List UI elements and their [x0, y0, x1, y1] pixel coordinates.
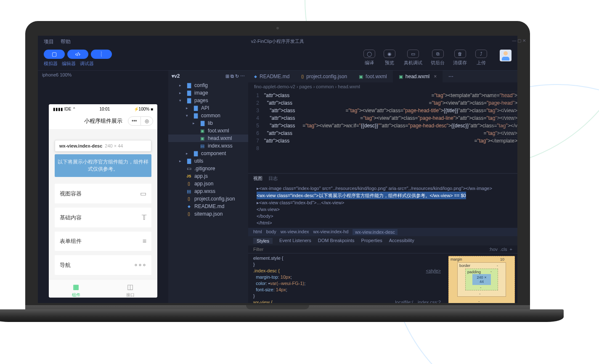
tree-node[interactable]: JSapp.js [168, 172, 248, 180]
highlighted-element[interactable]: 以下将展示小程序官方组件能力，组件样式仅供参考。 [55, 154, 151, 177]
crumb-item[interactable]: html [253, 229, 262, 235]
tree-node[interactable]: ▸▇config [168, 82, 248, 89]
devtab-tree[interactable]: 视图 [253, 175, 262, 182]
menu-help[interactable]: 帮助 [61, 38, 71, 45]
style-tab[interactable]: Styles [253, 238, 273, 244]
tree-node[interactable]: ▣foot.wxml [168, 127, 248, 135]
tree-node[interactable]: ▤app.wxss [168, 187, 248, 195]
phone-preview: ▮▮▮▮ IDE ⌃10:01⚡100% ■ 小程序组件展示 •••◎ wx-v… [49, 104, 157, 298]
card-item[interactable]: 基础内容𝕋 [55, 208, 151, 227]
tree-node[interactable]: ▸▇API [168, 104, 248, 112]
tree-node[interactable]: {}app.json [168, 180, 248, 187]
explorer-actions[interactable]: ⊞ ⧉ ↻ ⋯ [225, 74, 245, 79]
dom-breadcrumb[interactable]: htmlbodywx-view.indexwx-view.index-hdwx-… [248, 228, 517, 236]
mode-simulator[interactable]: ▢ [44, 50, 65, 59]
tab-component[interactable]: ▦组件 [49, 280, 103, 298]
crumb-item[interactable]: body [266, 229, 276, 235]
style-rules[interactable]: element.style { } <style>.index-desc { m… [248, 253, 446, 303]
editor-tabs: ◆ README.md{} project.config.json▣ foot.… [248, 71, 517, 82]
mode-editor[interactable]: ‹/› [67, 50, 88, 59]
close-icon[interactable]: × [434, 74, 437, 79]
tree-node[interactable]: ▾▇common [168, 112, 248, 119]
window-controls[interactable]: — ▢ ✕ [512, 38, 517, 43]
tree-node[interactable]: ▸▇image [168, 89, 248, 97]
tree-node[interactable]: ▸▇lib [168, 119, 248, 127]
tree-node[interactable]: ▸▇utils [168, 157, 248, 165]
file-explorer: ▾ v2 ⊞ ⧉ ↻ ⋯ ▸▇config▸▇image▾▇pages▸▇API… [168, 71, 248, 303]
window-title: v2-FinClip小程序开发工具 [251, 38, 305, 45]
inspect-tooltip: wx-view.index-desc240 × 44 [55, 140, 151, 152]
style-tab[interactable]: Properties [361, 238, 382, 244]
tree-node[interactable]: ▣head.wxml [168, 135, 248, 142]
style-filter[interactable] [253, 247, 489, 252]
editor-tab[interactable]: {} project.config.json [295, 71, 353, 82]
breadcrumb[interactable]: fino-applet-demo-v2 › pages › common › h… [248, 82, 517, 91]
toolbar: ▢ ‹/› ⦚ 模拟器 编辑器 调试器 ◯编译 ◉预览 ▭真机调试 ⧉切后台 [38, 48, 517, 70]
editor-tab[interactable]: ▣ head.wxml× [393, 71, 443, 82]
mode-editor-label: 编辑器 [62, 61, 76, 67]
crumb-item[interactable]: wx-view.index-hd [313, 229, 349, 235]
editor-panel: ◆ README.md{} project.config.json▣ foot.… [248, 71, 517, 303]
tab-overflow[interactable]: ⋯ [443, 71, 459, 82]
simulator-panel: iphone6 100% ▮▮▮▮ IDE ⌃10:01⚡100% ■ 小程序组… [38, 71, 168, 303]
tree-node[interactable]: ◆README.md [168, 203, 248, 210]
editor-tab[interactable]: ▣ foot.wxml [353, 71, 393, 82]
mode-debugger[interactable]: ⦚ [91, 50, 112, 59]
mode-simulator-label: 模拟器 [44, 61, 58, 67]
editor-tab[interactable]: ◆ README.md [248, 71, 295, 82]
ide-window: 项目 帮助 v2-FinClip小程序开发工具 — ▢ ✕ ▢ ‹/› ⦚ 模拟… [38, 36, 517, 303]
cls-toggle[interactable]: .cls [500, 247, 507, 252]
crumb-item[interactable]: wx-view.index-desc [353, 229, 398, 235]
crumb-item[interactable]: wx-view.index [281, 229, 309, 235]
explorer-header: ▾ v2 ⊞ ⧉ ↻ ⋯ [168, 71, 248, 82]
style-tab[interactable]: DOM Breakpoints [318, 238, 355, 244]
btn-compile[interactable]: ◯编译 [363, 50, 375, 66]
style-tab[interactable]: Event Listeners [279, 238, 311, 244]
tree-node[interactable]: {}sitemap.json [168, 210, 248, 218]
mode-debugger-label: 调试器 [80, 61, 94, 67]
app-title: 小程序组件展示 •••◎ [49, 114, 157, 129]
phone-status-bar: ▮▮▮▮ IDE ⌃10:01⚡100% ■ [49, 104, 157, 114]
style-tab[interactable]: Accessibility [389, 238, 414, 244]
phone-tabbar: ▦组件 ◫接口 [49, 279, 157, 298]
btn-remote[interactable]: ▭真机调试 [404, 50, 422, 66]
user-avatar[interactable] [500, 50, 512, 61]
menu-bar: 项目 帮助 v2-FinClip小程序开发工具 — ▢ ✕ [38, 36, 517, 48]
add-rule[interactable]: + [510, 247, 512, 252]
btn-preview[interactable]: ◉预览 [384, 50, 395, 66]
style-tabs: StylesEvent ListenersDOM BreakpointsProp… [248, 236, 517, 245]
card-item[interactable]: 导航∘∘∘ [55, 255, 151, 275]
devtab-log[interactable]: 日志 [268, 175, 278, 182]
tree-node[interactable]: {}project.config.json [168, 195, 248, 203]
dom-tree[interactable]: ▸<wx-image class="index-logo" src="../re… [248, 183, 517, 228]
minimap[interactable] [492, 91, 517, 141]
btn-clear-cache[interactable]: 🗑清缓存 [453, 50, 467, 66]
tree-node[interactable]: ▾▇pages [168, 97, 248, 104]
tree-node[interactable]: ▸▇component [168, 150, 248, 157]
btn-background[interactable]: ⧉切后台 [431, 50, 445, 66]
card-item[interactable]: 表单组件≡ [55, 232, 151, 251]
card-item[interactable]: 视图容器▭ [55, 184, 151, 203]
devtools: 视图 日志 ▸<wx-image class="index-logo" src=… [248, 173, 517, 303]
tab-api[interactable]: ◫接口 [103, 280, 157, 298]
btn-upload[interactable]: ⤴上传 [475, 50, 487, 66]
tree-node[interactable]: ▭.gitignore [168, 165, 248, 172]
menu-project[interactable]: 项目 [44, 38, 54, 45]
capsule-buttons[interactable]: •••◎ [128, 116, 153, 126]
laptop-mockup: 项目 帮助 v2-FinClip小程序开发工具 — ▢ ✕ ▢ ‹/› ⦚ 模拟… [25, 21, 530, 318]
hov-toggle[interactable]: :hov [489, 247, 498, 252]
box-model: margin10 border- padding- 240 × 44 - - - [446, 253, 517, 303]
tree-node[interactable]: ▤index.wxss [168, 142, 248, 150]
code-editor[interactable]: 1"attr">class="tag"><template "attr">nam… [248, 91, 517, 153]
simulator-device[interactable]: iphone6 100% [38, 71, 168, 79]
camera-dot [276, 27, 279, 29]
